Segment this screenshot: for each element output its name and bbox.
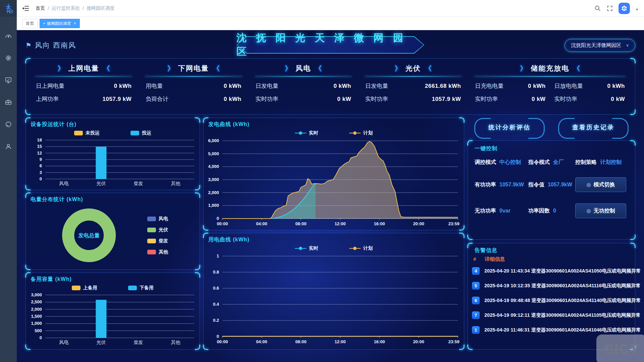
control-button-label: 模式切换 bbox=[594, 181, 615, 188]
stat-section-title: 上网电量 bbox=[68, 64, 99, 73]
avatar-caret-icon[interactable]: ▼ bbox=[635, 8, 639, 11]
svg-text:2,500: 2,500 bbox=[31, 299, 42, 304]
legend-item-其他[interactable]: 其他 bbox=[147, 249, 191, 255]
vendor-watermark: SICT bbox=[596, 335, 644, 362]
stat-label: 用电量 bbox=[146, 82, 163, 90]
main-column: 首页/运行监控系统/微网园区调度 bbox=[17, 0, 644, 362]
legend-item-实时[interactable]: 实时 bbox=[295, 245, 318, 251]
stat-label: 负荷合计 bbox=[146, 95, 168, 103]
control-field-value: 0 bbox=[553, 208, 556, 214]
panel-title: 设备投运统计 (台) bbox=[26, 118, 200, 129]
tab-首页[interactable]: 首页 bbox=[22, 19, 38, 28]
legend-item-投运[interactable]: 投运 bbox=[130, 130, 151, 136]
legend-item-光伏[interactable]: 光伏 bbox=[147, 227, 191, 233]
control-field-label: 控制策略 bbox=[575, 159, 597, 166]
stat-row: 负荷合计0 kWh bbox=[146, 95, 241, 103]
globe-icon[interactable] bbox=[5, 121, 12, 128]
panel-corner-decoration bbox=[459, 345, 465, 350]
user-icon[interactable] bbox=[5, 143, 12, 150]
app-logo[interactable] bbox=[0, 0, 17, 17]
stat-value: 0 kWh bbox=[528, 83, 546, 89]
collapse-menu-icon[interactable] bbox=[22, 5, 30, 11]
tab-label: 首页 bbox=[26, 21, 34, 26]
alarm-index-badge: 4 bbox=[472, 267, 480, 275]
tab-微网园区调度[interactable]: ●微网园区调度× bbox=[40, 19, 80, 28]
stat-row: 上网功率1057.9 kW bbox=[36, 95, 131, 103]
panel-title: 一键控制 bbox=[470, 142, 633, 153]
svg-text:其他: 其他 bbox=[171, 181, 181, 186]
dashboard: ⚑ 风向 西南风 沈 抚 阳 光 天 泽 微 网 园 区 沈抚阳光天泽微网园区 … bbox=[17, 30, 644, 362]
legend-item-计划[interactable]: 计划 bbox=[349, 130, 373, 136]
view-history-button[interactable]: 查看历史记录 bbox=[561, 120, 626, 135]
control-field-label: 指令值 bbox=[528, 181, 544, 188]
dashboard-gauge-icon[interactable] bbox=[5, 32, 12, 40]
wind-label: 风向 bbox=[35, 41, 50, 50]
breadcrumb-item[interactable]: 首页 bbox=[36, 5, 45, 11]
control-button-模式切换[interactable]: ◎模式切换 bbox=[575, 177, 626, 192]
control-row: 无功功率0var功率因数0◎无功控制 bbox=[475, 203, 628, 218]
legend-item-计划[interactable]: 计划 bbox=[349, 245, 373, 251]
control-field-value: 全厂 bbox=[553, 159, 564, 166]
svg-text:柴发: 柴发 bbox=[134, 340, 143, 345]
legend-swatch bbox=[128, 286, 137, 290]
alarm-index-badge: 1 bbox=[472, 326, 480, 334]
stat-row: 实时功率0 kW bbox=[256, 95, 351, 103]
svg-text:5,000: 5,000 bbox=[208, 151, 219, 156]
panel-corner-decoration bbox=[630, 110, 636, 115]
breadcrumb-separator: / bbox=[48, 6, 49, 11]
search-icon[interactable] bbox=[594, 5, 601, 12]
legend-item-风电[interactable]: 风电 bbox=[147, 216, 191, 222]
energy-distribution-panel: 电量分布统计 (kWh) 发电总量 风电光伏柴发其他 bbox=[25, 193, 200, 270]
svg-text:2,000: 2,000 bbox=[31, 307, 42, 312]
svg-text:16:00: 16:00 bbox=[374, 221, 385, 226]
stat-label: 实时功率 bbox=[554, 95, 577, 103]
stat-section-title: 光伏 bbox=[406, 64, 421, 73]
alarm-list-item[interactable]: 12025-04-20 11:46:31 逆变器30090601A0024AS4… bbox=[472, 326, 632, 334]
tab-close-icon[interactable]: × bbox=[74, 21, 76, 26]
stat-underline bbox=[474, 76, 626, 77]
energy-donut-wrap: 发电总量 风电光伏柴发其他 bbox=[26, 204, 200, 267]
stat-value: 0 kWh bbox=[607, 83, 625, 89]
stat-label: 日放电电量 bbox=[554, 82, 583, 90]
control-field-value: 0var bbox=[499, 208, 511, 214]
stat-rows: 日发电量2661.68 kWh实时功率1057.9 kW bbox=[364, 80, 462, 105]
legend-item-柴发[interactable]: 柴发 bbox=[147, 238, 191, 244]
svg-text:风电: 风电 bbox=[59, 181, 69, 186]
legend-item-上备用[interactable]: 上备用 bbox=[72, 285, 97, 291]
alarm-list-item[interactable]: 42025-04-20 11:43:34 逆变器30090601A0024AS4… bbox=[472, 267, 632, 275]
alarm-index-badge: 5 bbox=[472, 282, 480, 290]
breadcrumb: 首页/运行监控系统/微网园区调度 bbox=[36, 5, 115, 11]
app-root: 首页/运行监控系统/微网园区调度 bbox=[0, 0, 644, 362]
load-chart-legend: 实时计划 bbox=[204, 244, 464, 253]
alarm-list-item[interactable]: 62025-04-19 09:48:48 逆变器30090601A0024AS4… bbox=[472, 297, 632, 304]
control-button-无功控制[interactable]: ◎无功控制 bbox=[575, 203, 626, 218]
svg-text:00:00: 00:00 bbox=[217, 221, 228, 226]
svg-text:16:00: 16:00 bbox=[374, 339, 385, 344]
action-buttons: 统计分析评估 查看历史记录 bbox=[468, 118, 635, 137]
toolbox-icon[interactable] bbox=[5, 99, 12, 106]
monitor-chart-icon[interactable] bbox=[5, 76, 12, 84]
legend-label: 计划 bbox=[363, 245, 373, 251]
alarm-list-item[interactable]: 52025-04-19 10:12:35 逆变器30090601A0024AS4… bbox=[472, 282, 632, 290]
breadcrumb-item[interactable]: 运行监控系统 bbox=[52, 5, 80, 11]
stat-value: 0 kWh bbox=[114, 83, 132, 89]
svg-text:3,000: 3,000 bbox=[31, 292, 42, 297]
legend-item-下备用[interactable]: 下备用 bbox=[128, 285, 154, 291]
fullscreen-icon[interactable] bbox=[606, 5, 613, 12]
reserve-chart-legend: 上备用下备用 bbox=[26, 284, 200, 292]
legend-item-实时[interactable]: 实时 bbox=[295, 130, 318, 136]
stat-section-header: 》光伏《 bbox=[364, 62, 462, 75]
park-selector-dropdown[interactable]: 沈抚阳光天泽微网园区 ∨ bbox=[565, 39, 635, 52]
user-avatar[interactable] bbox=[619, 3, 630, 14]
legend-swatch bbox=[147, 250, 156, 254]
svg-text:风电: 风电 bbox=[59, 340, 69, 345]
stat-label: 日上网电量 bbox=[36, 82, 64, 90]
legend-item-未投运[interactable]: 未投运 bbox=[74, 130, 100, 136]
alarm-list-item[interactable]: 72025-04-19 09:12:11 逆变器30090601A0024AS4… bbox=[472, 311, 632, 319]
settings-gear-icon[interactable] bbox=[5, 54, 12, 62]
stat-row: 日发电量0 kWh bbox=[256, 82, 351, 90]
breadcrumb-item[interactable]: 微网园区调度 bbox=[87, 5, 115, 11]
control-field-label: 指令模式 bbox=[528, 159, 550, 166]
chevron-right-icon: 》 bbox=[58, 64, 64, 73]
statistics-analysis-button[interactable]: 统计分析评估 bbox=[477, 120, 542, 135]
